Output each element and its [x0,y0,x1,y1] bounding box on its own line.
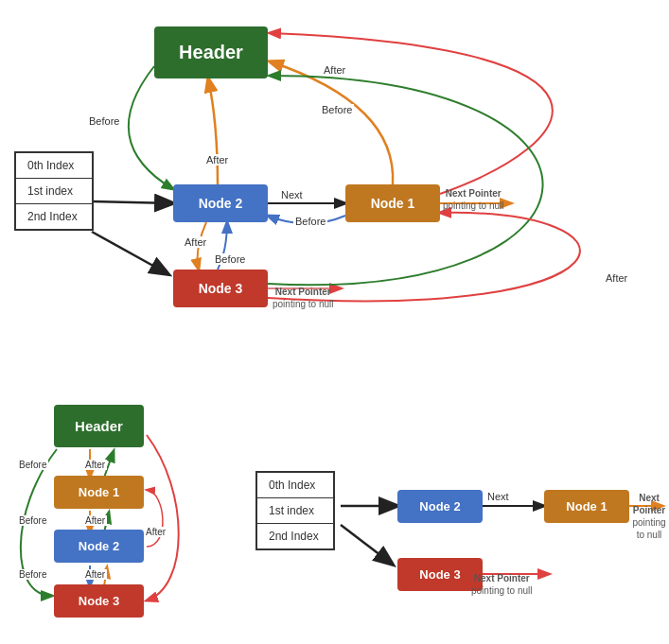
bl-label-before-3: Before [17,569,48,580]
diagram-container: Header 0th Index 1st index 2nd Index Nod… [0,0,669,644]
bl-label-after-2: After [83,515,107,526]
br-index-item-1: 1st index [257,498,333,524]
label-next-1: Next [279,189,305,200]
label-before-3: Before [213,253,247,265]
top-next-pointer-3: Next Pointerpointing to null [273,286,334,310]
bl-label-before-2: Before [17,515,48,526]
br-next-pointer-1: Next Pointerpointing to null [629,492,669,541]
label-before-4: Before [293,216,327,227]
br-node2: Node 2 [397,490,483,523]
br-index-item-2: 2nd Index [257,524,333,548]
bl-node3: Node 3 [54,584,144,618]
br-node1: Node 1 [544,490,629,523]
bl-node1: Node 1 [54,476,144,509]
top-node2: Node 2 [173,184,268,222]
svg-line-12 [341,525,393,565]
label-after-big: After [604,272,629,284]
bl-label-after-1: After [83,460,107,470]
br-next-label: Next [485,491,511,502]
bl-header-node: Header [54,405,144,447]
label-after-1: After [322,64,347,76]
br-node3: Node 3 [397,558,483,591]
bl-label-after-3: After [83,569,107,580]
label-before-1: Before [87,115,121,127]
label-after-2: After [204,154,230,165]
label-after-3: After [183,236,208,248]
svg-line-1 [92,232,168,274]
top-node1: Node 1 [345,184,440,222]
top-index-list: 0th Index 1st index 2nd Index [14,151,94,231]
index-item-0: 0th Index [16,153,92,179]
top-next-pointer-1: Next Pointerpointing to null [443,187,504,212]
br-next-pointer-3: Next Pointerpointing to null [471,572,533,597]
top-node3: Node 3 [173,270,268,307]
br-index-item-0: 0th Index [257,473,333,498]
top-header-node: Header [154,26,268,78]
br-index-list: 0th Index 1st index 2nd Index [255,471,335,550]
bl-node2: Node 2 [54,530,144,563]
svg-line-0 [92,201,173,203]
index-item-2: 2nd Index [16,204,92,229]
index-item-1: 1st index [16,179,92,204]
label-before-2: Before [320,104,354,115]
bl-label-after-right: After [144,527,167,537]
bl-label-before-1: Before [17,460,48,470]
